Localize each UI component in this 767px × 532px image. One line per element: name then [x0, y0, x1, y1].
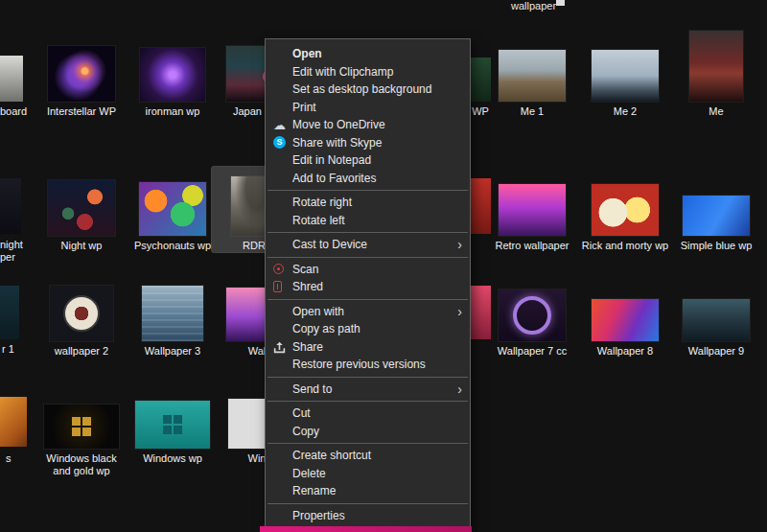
- window-title-fragment: wallpaper: [511, 0, 556, 12]
- menu-item-properties[interactable]: Properties: [266, 507, 470, 525]
- menu-separator: [267, 299, 468, 300]
- bottom-accent-strip: [260, 526, 472, 532]
- file-thumbnail: [683, 196, 750, 236]
- file-thumbnail: [50, 286, 113, 341]
- file-item[interactable]: wallpaper 2: [36, 272, 127, 358]
- file-item[interactable]: Rick and morty wp: [580, 167, 670, 252]
- context-menu: Open Edit with Clipchamp Set as desktop …: [265, 38, 471, 531]
- menu-item-cut[interactable]: Cut: [266, 405, 470, 423]
- file-label[interactable]: r 1: [2, 343, 29, 356]
- menu-item-rotate-left[interactable]: Rotate left: [266, 212, 470, 230]
- file-item[interactable]: Night wp: [36, 167, 127, 252]
- menu-item-send-to[interactable]: Send to›: [266, 381, 470, 399]
- file-thumbnail: [48, 180, 115, 236]
- menu-separator: [267, 401, 468, 402]
- menu-item-rename[interactable]: Rename: [266, 482, 470, 500]
- menu-item-open-with[interactable]: Open with›: [266, 303, 470, 321]
- menu-item-edit-in-notepad[interactable]: Edit in Notepad: [266, 151, 470, 170]
- menu-separator: [267, 190, 468, 191]
- menu-item-label: Set as desktop background: [292, 82, 431, 96]
- window-icon: [556, 0, 565, 6]
- file-thumbnail: [689, 31, 743, 102]
- menu-item-label: Rename: [292, 484, 336, 497]
- menu-item-edit-with-clipchamp[interactable]: Edit with Clipchamp: [266, 63, 470, 81]
- file-thumbnail: [139, 182, 206, 236]
- menu-item-scan[interactable]: Scan: [266, 261, 470, 279]
- menu-item-label: Edit with Clipchamp: [292, 65, 393, 79]
- menu-item-set-as-desktop-background[interactable]: Set as desktop background: [266, 81, 470, 99]
- menu-item-rotate-right[interactable]: Rotate right: [266, 194, 470, 212]
- menu-separator: [267, 377, 468, 378]
- file-label: Night wp: [36, 240, 127, 252]
- file-item[interactable]: Windows wp: [128, 380, 218, 465]
- file-item[interactable]: Wallpaper 8: [580, 272, 670, 358]
- emblem-icon: [63, 295, 100, 332]
- file-thumbnail: [683, 299, 750, 341]
- file-label: ironman wp: [128, 105, 218, 118]
- file-label: Me 2: [580, 105, 670, 118]
- menu-item-copy[interactable]: Copy: [266, 423, 470, 441]
- file-thumbnail: [142, 286, 203, 341]
- menu-item-move-to-onedrive[interactable]: ☁Move to OneDrive: [266, 116, 470, 134]
- file-item[interactable]: Me 2: [580, 33, 670, 118]
- file-thumbnail: [44, 405, 119, 449]
- file-label: Wallpaper 9: [671, 345, 761, 358]
- file-label: Wallpaper 7 cc: [487, 345, 577, 358]
- menu-item-cast-to-device[interactable]: Cast to Device›: [266, 236, 470, 254]
- menu-item-label: Share: [292, 340, 323, 354]
- file-item[interactable]: Wallpaper 3: [128, 272, 218, 358]
- menu-item-label: Create shortcut: [292, 449, 371, 462]
- menu-item-label: Rotate left: [292, 214, 345, 227]
- file-thumbnail: [48, 46, 115, 102]
- file-label: Me: [671, 105, 761, 118]
- file-item[interactable]: Wallpaper 9: [671, 272, 761, 358]
- menu-item-restore-previous-versions[interactable]: Restore previous versions: [266, 356, 470, 374]
- file-item[interactable]: Simple blue wp: [671, 167, 761, 252]
- shred-icon: [273, 281, 282, 292]
- menu-item-label: Share with Skype: [292, 136, 382, 150]
- scan-icon: [273, 264, 284, 274]
- menu-item-create-shortcut[interactable]: Create shortcut: [266, 447, 470, 465]
- menu-item-print[interactable]: Print: [266, 99, 470, 117]
- file-item[interactable]: Interstellar WP: [36, 33, 127, 118]
- file-thumbnail[interactable]: [0, 397, 27, 447]
- file-label: Me 1: [487, 105, 577, 118]
- file-thumbnail: [499, 289, 566, 341]
- file-label[interactable]: s: [6, 452, 31, 465]
- file-item[interactable]: Psychonauts wp: [128, 167, 218, 252]
- onedrive-icon: ☁: [273, 119, 286, 131]
- file-thumbnail[interactable]: [0, 178, 21, 234]
- windows-logo-icon: [163, 415, 182, 434]
- menu-item-delete[interactable]: Delete: [266, 465, 470, 483]
- file-item[interactable]: Me: [671, 33, 761, 118]
- menu-item-label: Copy as path: [292, 322, 360, 335]
- menu-item-copy-as-path[interactable]: Copy as path: [266, 320, 470, 338]
- file-item[interactable]: Retro wallpaper: [487, 167, 577, 252]
- file-label[interactable]: board: [0, 105, 35, 118]
- menu-item-shred[interactable]: Shred: [266, 278, 470, 296]
- menu-item-share[interactable]: Share: [266, 338, 470, 357]
- menu-item-label: Rotate right: [292, 196, 352, 209]
- menu-item-add-to-favorites[interactable]: Add to Favorites: [266, 170, 470, 188]
- menu-item-label: Open: [292, 47, 322, 60]
- file-item[interactable]: ironman wp: [128, 33, 218, 118]
- file-item[interactable]: Windows black and gold wp: [36, 380, 127, 477]
- file-thumbnail: [499, 184, 566, 236]
- submenu-arrow-icon: ›: [457, 382, 462, 397]
- menu-item-label: Cast to Device: [292, 238, 367, 251]
- file-thumbnail[interactable]: [0, 56, 23, 102]
- menu-item-label: Cut: [292, 406, 311, 420]
- file-label[interactable]: night per: [0, 239, 33, 264]
- menu-item-share-with-skype[interactable]: SShare with Skype: [266, 134, 470, 152]
- menu-separator: [267, 503, 468, 504]
- menu-item-label: Properties: [292, 509, 345, 522]
- menu-item-label: Copy: [292, 425, 319, 438]
- menu-item-open[interactable]: Open: [266, 45, 470, 63]
- file-thumbnail[interactable]: [0, 286, 19, 339]
- file-item[interactable]: Wallpaper 7 cc: [487, 272, 577, 358]
- file-label: Windows wp: [128, 452, 218, 465]
- file-label: Rick and morty wp: [580, 240, 670, 252]
- file-item[interactable]: Me 1: [487, 33, 577, 118]
- file-label: Psychonauts wp: [128, 240, 218, 252]
- file-thumbnail: [499, 50, 566, 102]
